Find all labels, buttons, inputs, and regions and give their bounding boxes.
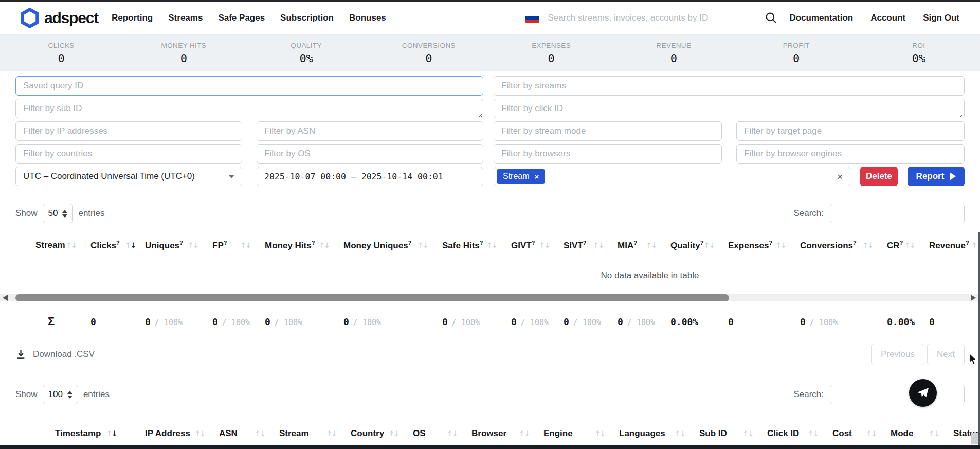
t2-col-cost[interactable]: Cost↑↓ <box>832 428 891 439</box>
filter-browsers-input[interactable] <box>494 144 722 164</box>
sort-down-icon[interactable]: ↓ <box>260 429 265 438</box>
sort-down-icon[interactable]: ↓ <box>193 241 198 249</box>
filter-sub-id-textarea[interactable] <box>15 99 483 118</box>
sort-down-icon[interactable]: ↓ <box>910 241 915 249</box>
filter-click-id-textarea[interactable] <box>494 99 965 118</box>
nav-item-account[interactable]: Account <box>870 13 905 23</box>
t1-col-givt[interactable]: GIVT?↑↓ <box>511 240 564 251</box>
t2-col-asn[interactable]: ASN↑↓ <box>219 428 279 439</box>
sort-down-icon[interactable]: ↓ <box>651 241 656 249</box>
sort-up-icon[interactable]: ↑ <box>703 241 709 249</box>
sort-down-icon[interactable]: ↓ <box>130 241 135 249</box>
clear-tags-icon[interactable]: × <box>837 172 843 182</box>
t1-col-revenue[interactable]: Revenue?↑↓ <box>929 240 980 251</box>
t1-col-stream[interactable]: Stream↑↓ <box>35 240 90 250</box>
t2-col-mode[interactable]: Mode↑↓ <box>891 428 953 439</box>
sort-up-icon[interactable]: ↑ <box>240 241 245 249</box>
filter-countries-input[interactable] <box>15 144 242 164</box>
report-tags-box[interactable]: Stream × × <box>494 167 850 186</box>
sort-down-icon[interactable]: ↓ <box>748 429 753 438</box>
sort-up-icon[interactable]: ↑ <box>539 241 544 249</box>
scrollbar-thumb[interactable] <box>15 294 729 301</box>
filter-streams-input[interactable] <box>494 76 965 96</box>
sort-up-icon[interactable]: ↑ <box>862 241 867 249</box>
sort-down-icon[interactable]: ↓ <box>600 429 605 438</box>
sort-down-icon[interactable]: ↓ <box>598 241 603 249</box>
filter-stream-mode-input[interactable] <box>494 121 722 141</box>
sort-down-icon[interactable]: ↓ <box>709 241 714 249</box>
sort-down-icon[interactable]: ↓ <box>544 241 549 249</box>
t2-col-engine[interactable]: Engine↑↓ <box>543 428 619 439</box>
language-flag-icon[interactable] <box>525 13 539 23</box>
sort-down-icon[interactable]: ↓ <box>867 241 873 249</box>
t1-col-money-hits[interactable]: Money Hits?↑↓ <box>265 240 343 251</box>
sort-down-icon[interactable]: ↓ <box>934 429 939 438</box>
sort-down-icon[interactable]: ↓ <box>813 429 818 438</box>
delete-button[interactable]: Delete <box>860 167 898 186</box>
page-size-select-2[interactable]: 100 <box>43 385 78 404</box>
filter-target-page-input[interactable] <box>736 121 965 141</box>
date-range-input[interactable] <box>257 167 483 186</box>
t2-col-country[interactable]: Country↑↓ <box>351 428 413 439</box>
sort-up-icon[interactable]: ↑ <box>447 429 452 438</box>
nav-item-documentation[interactable]: Documentation <box>789 13 853 23</box>
nav-item-safe-pages[interactable]: Safe Pages <box>218 13 265 23</box>
sort-up-icon[interactable]: ↑ <box>66 241 71 249</box>
sort-up-icon[interactable]: ↑ <box>904 241 910 249</box>
sort-down-icon[interactable]: ↓ <box>245 241 250 249</box>
t2-col-ip-address[interactable]: IP Address↑↓ <box>145 428 219 439</box>
download-csv-button[interactable]: Download .CSV <box>15 349 95 360</box>
scroll-left-arrow-icon[interactable] <box>3 295 8 301</box>
sort-up-icon[interactable]: ↑ <box>646 241 651 249</box>
t2-col-timestamp[interactable]: Timestamp↑↓ <box>55 428 145 439</box>
table1-search-input[interactable] <box>830 204 965 223</box>
sort-up-icon[interactable]: ↑ <box>675 429 680 438</box>
sort-up-icon[interactable]: ↑ <box>971 241 976 249</box>
sort-down-icon[interactable]: ↓ <box>452 429 457 438</box>
t2-col-browser[interactable]: Browser↑↓ <box>471 428 543 439</box>
sort-up-icon[interactable]: ↑ <box>255 429 260 438</box>
sort-down-icon[interactable]: ↓ <box>781 241 786 249</box>
sort-up-icon[interactable]: ↑ <box>486 241 492 249</box>
t2-col-languages[interactable]: Languages↑↓ <box>619 428 699 439</box>
page-size-select[interactable]: 50 <box>43 204 74 223</box>
sort-down-icon[interactable]: ↓ <box>112 429 117 438</box>
stream-tag[interactable]: Stream × <box>497 169 545 184</box>
brand[interactable]: adspect <box>21 8 98 28</box>
sort-down-icon[interactable]: ↓ <box>492 241 497 249</box>
horizontal-scrollbar[interactable] <box>0 294 980 301</box>
search-icon[interactable] <box>765 11 778 25</box>
next-page-button[interactable]: Next <box>927 344 965 365</box>
global-search-input[interactable] <box>547 8 765 28</box>
sort-up-icon[interactable]: ↑ <box>319 241 324 249</box>
t1-col-clicks[interactable]: Clicks?↑↓ <box>90 240 145 251</box>
filter-ip-textarea[interactable] <box>15 121 242 141</box>
sort-down-icon[interactable]: ↓ <box>331 429 336 438</box>
t1-col-sivt[interactable]: SIVT?↑↓ <box>564 240 618 251</box>
nav-item-reporting[interactable]: Reporting <box>112 13 153 23</box>
sort-down-icon[interactable]: ↓ <box>680 429 685 438</box>
timezone-select[interactable]: UTC – Coordinated Universal Time (UTC+0) <box>15 167 242 186</box>
t1-col-quality[interactable]: Quality?↑↓ <box>670 240 728 251</box>
sort-up-icon[interactable]: ↑ <box>866 429 871 438</box>
t2-col-click-id[interactable]: Click ID↑↓ <box>767 428 832 439</box>
sort-down-icon[interactable]: ↓ <box>871 429 876 438</box>
nav-item-bonuses[interactable]: Bonuses <box>349 13 386 23</box>
sort-up-icon[interactable]: ↑ <box>742 429 748 438</box>
t2-col-os[interactable]: OS↑↓ <box>413 428 471 439</box>
nav-item-streams[interactable]: Streams <box>168 13 203 23</box>
t1-col-safe-hits[interactable]: Safe Hits?↑↓ <box>442 240 511 251</box>
sort-up-icon[interactable]: ↑ <box>326 429 331 438</box>
t1-col-fp[interactable]: FP?↑↓ <box>212 240 265 251</box>
tag-remove-icon[interactable]: × <box>535 172 539 181</box>
sort-down-icon[interactable]: ↓ <box>423 241 428 249</box>
filter-asn-textarea[interactable] <box>257 121 483 141</box>
t2-col-sub-id[interactable]: Sub ID↑↓ <box>699 428 767 439</box>
sort-up-icon[interactable]: ↑ <box>125 241 130 249</box>
sort-down-icon[interactable]: ↓ <box>393 429 398 438</box>
report-button[interactable]: Report <box>908 167 965 186</box>
sort-up-icon[interactable]: ↑ <box>808 429 813 438</box>
sort-down-icon[interactable]: ↓ <box>71 241 76 249</box>
t1-col-cr[interactable]: CR?↑↓ <box>887 240 929 251</box>
sort-up-icon[interactable]: ↑ <box>594 429 600 438</box>
